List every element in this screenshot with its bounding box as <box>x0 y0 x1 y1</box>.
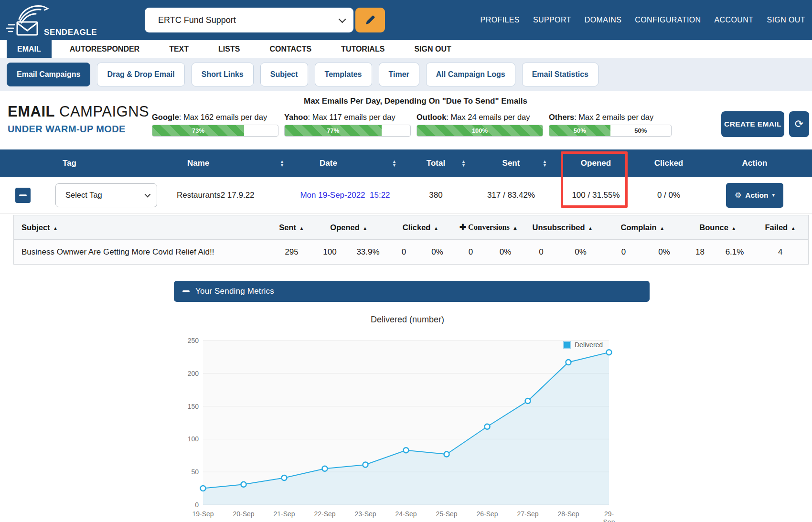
tab-contacts[interactable]: CONTACTS <box>258 40 323 58</box>
nav-support[interactable]: SUPPORT <box>533 16 571 24</box>
tab-tutorials[interactable]: TUTORIALS <box>330 40 396 58</box>
sort-icon[interactable]: ▲▼ <box>280 160 284 167</box>
subject-bounce-pct: 6.1% <box>717 240 753 265</box>
btn-timer[interactable]: Timer <box>379 63 419 86</box>
profile-select[interactable]: ERTC Fund Support <box>145 8 353 32</box>
col-total[interactable]: Total▲▼ <box>401 149 470 177</box>
svg-text:19-Sep: 19-Sep <box>192 510 214 518</box>
tab-sign-out[interactable]: SIGN OUT <box>403 40 462 58</box>
refresh-icon: ⟳ <box>795 118 803 130</box>
sort-icon[interactable]: ▲▼ <box>461 160 466 167</box>
create-email-button[interactable]: CREATE EMAIL <box>721 111 784 137</box>
refresh-button[interactable]: ⟳ <box>789 111 809 137</box>
sort-asc-icon: ▲ <box>53 225 58 231</box>
subcol-sent[interactable]: Sent▲ <box>273 215 311 240</box>
campaign-opened: 100 / 31.55% <box>552 177 640 213</box>
nav-domains[interactable]: DOMAINS <box>585 16 621 24</box>
nav-profiles[interactable]: PROFILES <box>481 16 520 24</box>
campaign-date-link[interactable]: Mon 19-Sep-2022 15:22 <box>289 177 401 213</box>
svg-text:25-Sep: 25-Sep <box>436 510 457 518</box>
svg-text:21-Sep: 21-Sep <box>273 510 295 518</box>
campaign-sent: 317 / 83.42% <box>470 177 552 213</box>
subcol-complain[interactable]: Complain▲ <box>602 215 684 240</box>
subcol-unsubscribed[interactable]: Unsubscribed▲ <box>524 215 602 240</box>
page-header: EMAIL CAMPAIGNS UNDER WARM-UP MODE Max E… <box>0 91 812 149</box>
caret-down-icon: ▾ <box>772 192 775 198</box>
tab-autoresponder[interactable]: AUTORESPONDER <box>58 40 151 58</box>
col-name[interactable]: Name▲▼ <box>167 149 289 177</box>
yahoo-quota-bar: 77% <box>284 125 411 137</box>
campaign-row: Select Tag Restaurants2 17.9.22 Mon 19-S… <box>0 177 812 213</box>
col-opened: Opened <box>552 149 640 177</box>
col-clicked: Clicked <box>640 149 697 177</box>
collapse-icon <box>182 290 190 292</box>
collapse-row-button[interactable] <box>15 188 31 203</box>
subcol-subject[interactable]: Subject▲ <box>14 215 273 240</box>
svg-text:Sep: Sep <box>603 518 615 522</box>
sort-asc-icon: ▲ <box>363 225 368 231</box>
sort-icon[interactable]: ▲▼ <box>543 160 547 167</box>
tab-text[interactable]: TEXT <box>158 40 200 58</box>
sort-asc-icon: ▲ <box>299 225 304 231</box>
quota-heading: Max Emails Per Day, Depending On "Due To… <box>152 96 679 106</box>
edit-profile-button[interactable] <box>355 8 385 32</box>
email-toolbar: Email Campaigns Drag & Drop Email Short … <box>0 58 812 91</box>
warmup-mode-label: UNDER WARM-UP MODE <box>8 124 149 135</box>
sending-metrics-panel-header[interactable]: Your Sending Metrics <box>174 281 650 302</box>
top-nav: PROFILES SUPPORT DOMAINS CONFIGURATION A… <box>481 0 805 40</box>
nav-sign-out[interactable]: SIGN OUT <box>767 16 805 24</box>
svg-text:23-Sep: 23-Sep <box>354 510 376 518</box>
top-bar: SENDEAGLE ERTC Fund Support PROFILES SUP… <box>0 0 812 40</box>
subcol-failed[interactable]: Failed▲ <box>753 215 809 240</box>
btn-subject[interactable]: Subject <box>260 63 308 86</box>
svg-text:200: 200 <box>188 370 199 377</box>
sort-asc-icon: ▲ <box>588 225 593 231</box>
sort-asc-icon: ▲ <box>433 225 438 231</box>
col-tag: Tag <box>45 149 167 177</box>
svg-text:22-Sep: 22-Sep <box>314 510 335 518</box>
tab-email[interactable]: EMAIL <box>7 40 52 58</box>
btn-all-campaign-logs[interactable]: All Campaign Logs <box>426 63 515 86</box>
sort-icon[interactable]: ▲▼ <box>392 160 396 167</box>
tab-lists[interactable]: LISTS <box>207 40 251 58</box>
campaigns-table-header: Tag Name▲▼ Date▲▼ Total▲▼ Sent▲▼ Opened … <box>0 149 812 177</box>
subject-conversions-pct: 0% <box>488 240 524 265</box>
sendeagle-logo[interactable]: SENDEAGLE <box>6 2 116 39</box>
main-nav: EMAIL AUTORESPONDER TEXT LISTS CONTACTS … <box>0 40 812 58</box>
nav-configuration[interactable]: CONFIGURATION <box>635 16 701 24</box>
svg-text:28-Sep: 28-Sep <box>557 510 579 518</box>
tag-select[interactable]: Select Tag <box>55 183 157 207</box>
subcol-opened[interactable]: Opened▲ <box>311 215 387 240</box>
btn-email-campaigns[interactable]: Email Campaigns <box>7 63 90 86</box>
subcol-clicked[interactable]: Clicked▲ <box>387 215 454 240</box>
plus-icon: ✚ <box>459 223 466 232</box>
outlook-quota-bar: 100% <box>417 125 543 137</box>
svg-text:Delivered: Delivered <box>575 341 603 349</box>
col-date[interactable]: Date▲▼ <box>289 149 401 177</box>
page-title: EMAIL CAMPAIGNS <box>8 103 149 120</box>
subject-text: Business Ownwer Are Getting More Covid R… <box>14 240 273 265</box>
btn-email-statistics[interactable]: Email Statistics <box>522 63 598 86</box>
svg-text:26-Sep: 26-Sep <box>476 510 498 518</box>
subject-complain-count: 0 <box>602 240 645 265</box>
others-quota-remainder: 50% <box>610 125 672 136</box>
svg-text:Delivered (number): Delivered (number) <box>371 315 444 324</box>
btn-templates[interactable]: Templates <box>315 63 372 86</box>
nav-account[interactable]: ACCOUNT <box>715 16 754 24</box>
profile-select-value: ERTC Fund Support <box>158 15 236 25</box>
btn-short-links[interactable]: Short Links <box>192 63 254 86</box>
sort-asc-icon: ▲ <box>513 225 518 231</box>
svg-text:29-: 29- <box>604 510 614 518</box>
chevron-down-icon <box>145 192 151 198</box>
svg-text:150: 150 <box>188 403 199 410</box>
action-dropdown-button[interactable]: ⚙ Action ▾ <box>726 183 783 208</box>
btn-drag-drop-email[interactable]: Drag & Drop Email <box>97 63 184 86</box>
svg-text:24-Sep: 24-Sep <box>395 510 417 518</box>
subcol-conversions[interactable]: ✚Conversions▲ <box>454 215 524 240</box>
header-expander-spacer <box>0 149 45 177</box>
col-sent[interactable]: Sent▲▼ <box>470 149 552 177</box>
subject-row: Business Ownwer Are Getting More Covid R… <box>14 240 809 265</box>
subcol-bounce[interactable]: Bounce▲ <box>684 215 753 240</box>
panel-title: Your Sending Metrics <box>195 287 274 296</box>
sort-asc-icon: ▲ <box>791 225 796 231</box>
